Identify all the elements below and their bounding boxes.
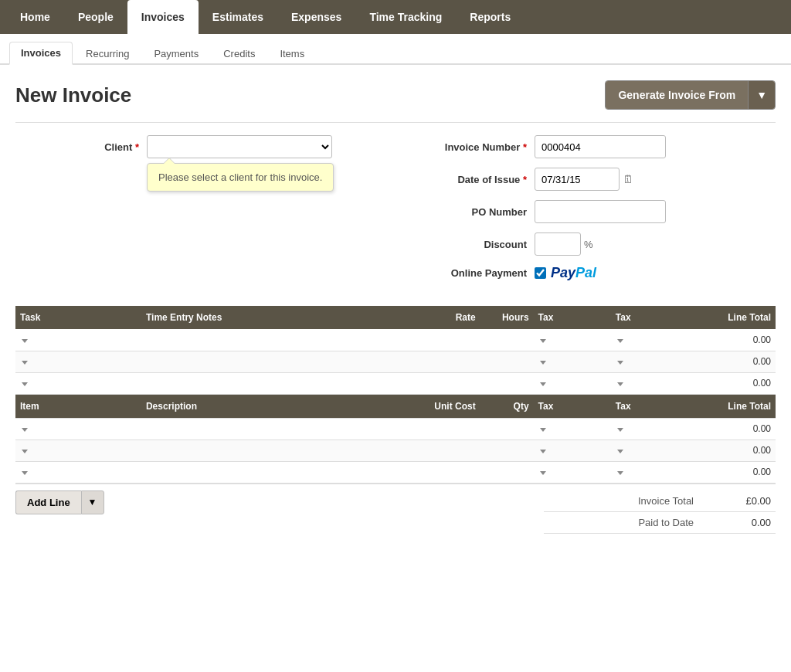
client-select[interactable]: [147, 135, 332, 158]
add-line-button[interactable]: Add Line: [15, 490, 81, 514]
paypal-logo: PayPal: [551, 265, 596, 281]
table-row: 0.00: [15, 440, 776, 461]
unit-cost-cell: [412, 461, 480, 483]
add-line-dropdown-button[interactable]: ▼: [81, 490, 104, 514]
tax1-cell: [534, 351, 611, 372]
item-tax1-dropdown-icon[interactable]: [540, 428, 546, 432]
table-row: 0.00: [15, 351, 776, 372]
subnav-payments[interactable]: Payments: [142, 42, 210, 64]
line-total-col-header: Line Total: [688, 306, 776, 329]
tax1-dropdown-icon[interactable]: [540, 339, 546, 343]
item-tax2-dropdown-icon[interactable]: [617, 428, 623, 432]
nav-reports[interactable]: Reports: [456, 0, 525, 34]
tax2-dropdown-icon[interactable]: [617, 339, 623, 343]
item-dropdown-icon[interactable]: [22, 450, 28, 453]
item-tax2-col-header: Tax: [611, 394, 688, 418]
nav-invoices[interactable]: Invoices: [127, 0, 199, 34]
qty-cell: [480, 418, 534, 440]
item-tax1-dropdown-icon[interactable]: [540, 471, 546, 475]
paypal-checkbox[interactable]: [535, 267, 546, 279]
subnav-invoices[interactable]: Invoices: [9, 42, 73, 65]
time-entry-cell: [141, 372, 412, 394]
item-dropdown-icon[interactable]: [22, 428, 28, 432]
rate-cell: [412, 351, 480, 372]
item-tax2-dropdown-icon[interactable]: [617, 471, 623, 475]
unit-cost-cell: [412, 418, 480, 440]
invoice-total-label: Invoice Total: [586, 495, 709, 507]
qty-col-header: Qty: [480, 394, 534, 418]
line-total-cell: 0.00: [688, 351, 776, 372]
task-dropdown-icon[interactable]: [22, 339, 28, 343]
description-cell: [141, 440, 412, 461]
online-payment-label: Online Payment: [419, 267, 527, 279]
paid-to-date-row: Paid to Date 0.00: [544, 512, 776, 534]
nav-time-tracking[interactable]: Time Tracking: [355, 0, 456, 34]
hours-col-header: Hours: [480, 306, 534, 329]
item-tax2-cell: [611, 418, 688, 440]
date-of-issue-row: Date of Issue * 07/31/15 🗓: [419, 168, 776, 191]
rate-col-header: Rate: [412, 306, 480, 329]
page-title: New Invoice: [15, 83, 131, 107]
form-right: Invoice Number * 0000404 Date of Issue *…: [419, 135, 776, 290]
tax1-col-header: Tax: [534, 306, 611, 329]
po-number-label: PO Number: [419, 206, 527, 218]
tax1-dropdown-icon[interactable]: [540, 382, 546, 386]
sub-navigation: Invoices Recurring Payments Credits Item…: [0, 34, 791, 65]
item-dropdown-icon[interactable]: [22, 471, 28, 475]
task-cell: [15, 329, 141, 351]
item-cell: [15, 461, 141, 483]
tax1-dropdown-icon[interactable]: [540, 361, 546, 365]
generate-invoice-main-button[interactable]: Generate Invoice From: [606, 81, 748, 109]
discount-input[interactable]: [535, 232, 581, 256]
date-of-issue-input[interactable]: 07/31/15: [535, 168, 620, 191]
subnav-credits[interactable]: Credits: [212, 42, 266, 64]
paid-to-date-label: Paid to Date: [586, 517, 709, 528]
nav-home[interactable]: Home: [6, 0, 64, 34]
item-col-header: Item: [15, 394, 141, 418]
top-navigation: Home People Invoices Estimates Expenses …: [0, 0, 791, 34]
date-of-issue-label: Date of Issue *: [419, 174, 527, 185]
task-table-header: Task Time Entry Notes Rate Hours Tax Tax…: [15, 306, 776, 329]
item-tax1-dropdown-icon[interactable]: [540, 450, 546, 453]
subnav-items[interactable]: Items: [268, 42, 316, 64]
po-number-input[interactable]: [535, 200, 666, 223]
line-total-cell: 0.00: [688, 372, 776, 394]
nav-people[interactable]: People: [64, 0, 127, 34]
hours-cell: [480, 329, 534, 351]
hours-cell: [480, 372, 534, 394]
tax2-cell: [611, 372, 688, 394]
add-line-group: Add Line ▼: [15, 490, 104, 514]
nav-expenses[interactable]: Expenses: [277, 0, 355, 34]
qty-cell: [480, 440, 534, 461]
tax2-cell: [611, 329, 688, 351]
task-cell: [15, 351, 141, 372]
tax2-dropdown-icon[interactable]: [617, 382, 623, 386]
subnav-recurring[interactable]: Recurring: [74, 42, 141, 64]
invoice-number-label: Invoice Number *: [419, 141, 527, 153]
percent-label: %: [584, 239, 593, 250]
po-number-row: PO Number: [419, 200, 776, 223]
hours-cell: [480, 351, 534, 372]
invoice-total-value: £0.00: [709, 495, 771, 507]
description-col-header: Description: [141, 394, 412, 418]
invoice-number-input[interactable]: 0000404: [535, 135, 666, 158]
online-payment-row: Online Payment PayPal: [419, 265, 776, 281]
nav-estimates[interactable]: Estimates: [199, 0, 277, 34]
paid-to-date-value: 0.00: [709, 517, 771, 528]
tax2-dropdown-icon[interactable]: [617, 361, 623, 365]
task-dropdown-icon[interactable]: [22, 361, 28, 365]
unit-cost-col-header: Unit Cost: [412, 394, 480, 418]
generate-invoice-dropdown-button[interactable]: ▼: [748, 81, 775, 109]
item-tax2-dropdown-icon[interactable]: [617, 450, 623, 453]
item-section-header-row: Item Description Unit Cost Qty Tax Tax L…: [15, 394, 776, 418]
task-cell: [15, 372, 141, 394]
item-tax2-cell: [611, 440, 688, 461]
item-tax1-cell: [534, 440, 611, 461]
description-cell: [141, 461, 412, 483]
invoice-tables: Task Time Entry Notes Rate Hours Tax Tax…: [15, 306, 776, 540]
tax1-cell: [534, 372, 611, 394]
calendar-icon[interactable]: 🗓: [623, 173, 633, 185]
item-line-total-cell: 0.00: [688, 440, 776, 461]
item-tax2-cell: [611, 461, 688, 483]
task-dropdown-icon[interactable]: [22, 382, 28, 386]
